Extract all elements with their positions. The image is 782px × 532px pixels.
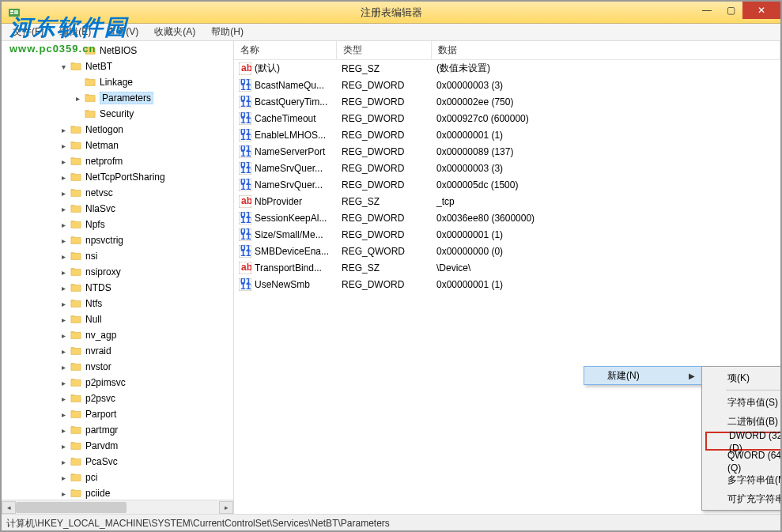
tree-item[interactable]: ▸netprofm	[2, 153, 233, 169]
value-row[interactable]: (默认)REG_SZ(数值未设置)	[234, 60, 780, 77]
tree-item[interactable]: ▸NlaSvc	[2, 201, 233, 217]
expand-toggle-icon[interactable]: ▸	[59, 188, 68, 198]
value-row[interactable]: SessionKeepAl...REG_DWORD0x0036ee80 (360…	[234, 209, 780, 226]
tree-item[interactable]: ▸nv_agp	[2, 327, 233, 343]
ctx-newtype-item[interactable]: 字符串值(S)	[704, 393, 782, 412]
expand-toggle-icon[interactable]: ▸	[59, 425, 68, 435]
header-data[interactable]: 数据	[432, 41, 780, 59]
menu-view[interactable]: 查看(V)	[100, 24, 145, 40]
value-row[interactable]: NameSrvQuer...REG_DWORD0x000005dc (1500)	[234, 176, 780, 193]
expand-toggle-icon[interactable]: ▸	[59, 457, 68, 466]
expand-toggle-icon[interactable]: ▾	[59, 62, 68, 71]
expand-toggle-icon[interactable]: ▸	[59, 362, 68, 372]
expand-toggle-icon[interactable]: ▸	[59, 172, 68, 182]
tree-item[interactable]: ▸Ntfs	[2, 296, 233, 311]
minimize-button[interactable]: —	[695, 2, 719, 19]
ctx-new[interactable]: 新建(N) ▶	[584, 366, 702, 385]
expand-toggle-icon[interactable]: ▸	[59, 267, 68, 277]
expand-toggle-icon[interactable]: ▸	[59, 473, 68, 482]
close-button[interactable]: ✕	[742, 2, 780, 19]
menu-help[interactable]: 帮助(H)	[205, 24, 250, 40]
tree-item[interactable]: ▸pciide	[2, 485, 233, 500]
expand-toggle-icon[interactable]: ▸	[59, 489, 68, 498]
registry-tree[interactable]: NetBIOS▾NetBTLinkage▸ParametersSecurity▸…	[2, 41, 233, 500]
tree-item[interactable]: ▸npsvctrig	[2, 232, 233, 248]
header-name[interactable]: 名称	[234, 41, 337, 59]
tree-item[interactable]: ▸Parport	[2, 406, 233, 422]
value-name: NameSrvQuer...	[255, 179, 323, 191]
ctx-newtype-item[interactable]: DWORD (32 位)值(D)	[705, 432, 782, 451]
tree-item[interactable]: ▸netvsc	[2, 185, 233, 201]
tree-item[interactable]: ▾NetBT	[2, 58, 233, 74]
tree-item[interactable]: Security	[2, 106, 233, 122]
expand-toggle-icon[interactable]: ▸	[59, 125, 68, 134]
tree-item[interactable]: Linkage	[2, 74, 233, 90]
value-row[interactable]: NbProviderREG_SZ_tcp	[234, 193, 780, 209]
expand-toggle-icon[interactable]: ▸	[59, 299, 68, 308]
tree-item[interactable]: ▸Null	[2, 311, 233, 327]
tree-item[interactable]: ▸NetTcpPortSharing	[2, 169, 233, 185]
expand-toggle-icon[interactable]: ▸	[59, 378, 68, 387]
tree-hscrollbar[interactable]: ◂ ▸	[2, 500, 233, 514]
ctx-newtype-item[interactable]: 二进制值(B)	[704, 412, 782, 431]
scroll-left-button[interactable]: ◂	[2, 501, 16, 514]
tree-item[interactable]: ▸Npfs	[2, 217, 233, 232]
tree-item[interactable]: ▸Netman	[2, 138, 233, 153]
scroll-right-button[interactable]: ▸	[219, 501, 233, 514]
dword-value-icon	[239, 96, 251, 108]
tree-item[interactable]: ▸Netlogon	[2, 122, 233, 138]
menu-edit[interactable]: 编辑(E)	[53, 24, 97, 40]
tree-item[interactable]: ▸Parvdm	[2, 438, 233, 454]
tree-item[interactable]: ▸nsiproxy	[2, 264, 233, 280]
expand-toggle-icon[interactable]: ▸	[59, 236, 68, 245]
maximize-button[interactable]: ▢	[719, 2, 742, 19]
expand-toggle-icon[interactable]: ▸	[59, 394, 68, 403]
value-row[interactable]: Size/Small/Me...REG_DWORD0x00000001 (1)	[234, 226, 780, 243]
expand-toggle-icon[interactable]: ▸	[59, 330, 68, 340]
expand-toggle-icon[interactable]: ▸	[59, 346, 68, 356]
expand-toggle-icon[interactable]: ▸	[59, 157, 68, 166]
tree-item-label: NetTcpPortSharing	[85, 172, 165, 183]
tree-item[interactable]: ▸nvstor	[2, 359, 233, 375]
value-row[interactable]: TransportBind...REG_SZ\Device\	[234, 259, 780, 276]
tree-item[interactable]: ▸p2psvc	[2, 391, 233, 406]
value-row[interactable]: EnableLMHOS...REG_DWORD0x00000001 (1)	[234, 126, 780, 143]
value-row[interactable]: BcastNameQu...REG_DWORD0x00000003 (3)	[234, 77, 780, 93]
value-row[interactable]: NameServerPortREG_DWORD0x00000089 (137)	[234, 143, 780, 160]
header-type[interactable]: 类型	[337, 41, 432, 59]
tree-item[interactable]: NetBIOS	[2, 43, 233, 58]
expand-toggle-icon[interactable]: ▸	[59, 141, 68, 150]
menu-file[interactable]: 文件(F)	[6, 24, 50, 40]
expand-toggle-icon[interactable]: ▸	[59, 441, 68, 451]
tree-item[interactable]: ▸NTDS	[2, 280, 233, 296]
menu-favorites[interactable]: 收藏夹(A)	[148, 24, 202, 40]
ctx-newtype-item[interactable]: 项(K)	[704, 368, 782, 387]
expand-toggle-icon[interactable]: ▸	[59, 409, 68, 419]
tree-item[interactable]: ▸partmgr	[2, 422, 233, 438]
ctx-newtype-item[interactable]: QWORD (64 位)值(Q)	[704, 451, 782, 470]
value-list[interactable]: (默认)REG_SZ(数值未设置)BcastNameQu...REG_DWORD…	[234, 60, 780, 292]
value-row[interactable]: UseNewSmbREG_DWORD0x00000001 (1)	[234, 276, 780, 292]
expand-toggle-icon[interactable]: ▸	[59, 220, 68, 229]
value-row[interactable]: NameSrvQuer...REG_DWORD0x00000003 (3)	[234, 160, 780, 176]
tree-item[interactable]: ▸nvraid	[2, 343, 233, 359]
tree-item[interactable]: ▸Parameters	[2, 90, 233, 106]
ctx-newtype-item[interactable]: 多字符串值(M)	[704, 470, 782, 489]
ctx-newtype-item[interactable]: 可扩充字符串值(E)	[704, 489, 782, 508]
value-row[interactable]: CacheTimeoutREG_DWORD0x000927c0 (600000)	[234, 110, 780, 126]
expand-toggle-icon[interactable]: ▸	[59, 251, 68, 261]
tree-item[interactable]: ▸p2pimsvc	[2, 375, 233, 391]
scroll-thumb[interactable]	[16, 502, 127, 513]
expand-toggle-icon[interactable]: ▸	[59, 283, 68, 292]
menubar: 文件(F) 编辑(E) 查看(V) 收藏夹(A) 帮助(H)	[2, 24, 780, 41]
expand-toggle-icon[interactable]: ▸	[73, 93, 82, 103]
expand-toggle-icon[interactable]: ▸	[59, 204, 68, 213]
expand-toggle-icon[interactable]: ▸	[59, 315, 68, 324]
tree-item[interactable]: ▸pci	[2, 470, 233, 485]
scroll-track[interactable]	[16, 501, 219, 514]
value-row[interactable]: SMBDeviceEna...REG_QWORD0x00000000 (0)	[234, 243, 780, 259]
tree-item[interactable]: ▸PcaSvc	[2, 454, 233, 470]
tree-item[interactable]: ▸nsi	[2, 248, 233, 264]
content-area: NetBIOS▾NetBTLinkage▸ParametersSecurity▸…	[2, 41, 780, 514]
value-row[interactable]: BcastQueryTim...REG_DWORD0x000002ee (750…	[234, 93, 780, 110]
